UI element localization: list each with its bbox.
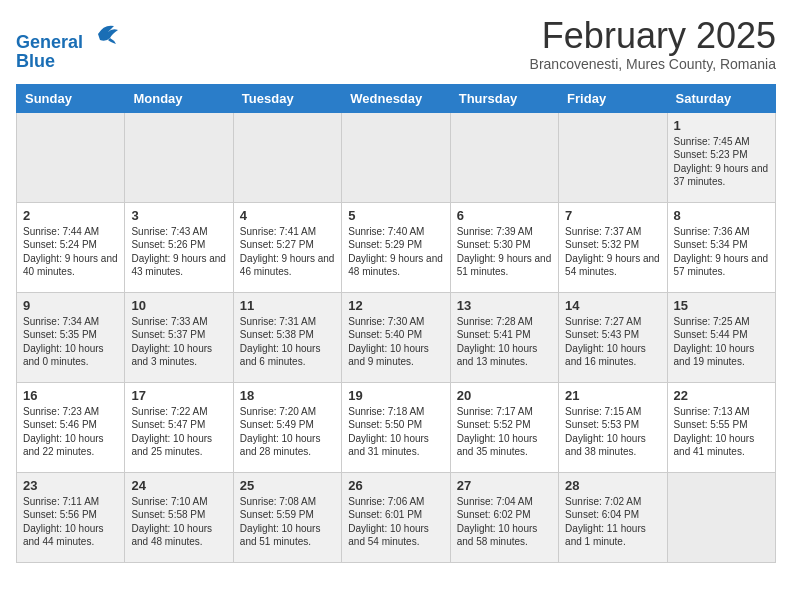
day-info: Sunrise: 7:22 AM Sunset: 5:47 PM Dayligh… [131,405,226,459]
day-info: Sunrise: 7:41 AM Sunset: 5:27 PM Dayligh… [240,225,335,279]
day-number: 12 [348,298,443,313]
day-number: 22 [674,388,769,403]
calendar-day-cell: 21Sunrise: 7:15 AM Sunset: 5:53 PM Dayli… [559,382,667,472]
calendar-day-cell: 17Sunrise: 7:22 AM Sunset: 5:47 PM Dayli… [125,382,233,472]
calendar-day-cell: 10Sunrise: 7:33 AM Sunset: 5:37 PM Dayli… [125,292,233,382]
day-info: Sunrise: 7:18 AM Sunset: 5:50 PM Dayligh… [348,405,443,459]
day-number: 3 [131,208,226,223]
calendar-day-cell: 2Sunrise: 7:44 AM Sunset: 5:24 PM Daylig… [17,202,125,292]
day-info: Sunrise: 7:40 AM Sunset: 5:29 PM Dayligh… [348,225,443,279]
day-info: Sunrise: 7:39 AM Sunset: 5:30 PM Dayligh… [457,225,552,279]
day-info: Sunrise: 7:45 AM Sunset: 5:23 PM Dayligh… [674,135,769,189]
calendar-week-row: 1Sunrise: 7:45 AM Sunset: 5:23 PM Daylig… [17,112,776,202]
day-info: Sunrise: 7:43 AM Sunset: 5:26 PM Dayligh… [131,225,226,279]
day-number: 8 [674,208,769,223]
day-number: 16 [23,388,118,403]
day-number: 9 [23,298,118,313]
calendar-day-cell: 9Sunrise: 7:34 AM Sunset: 5:35 PM Daylig… [17,292,125,382]
day-info: Sunrise: 7:13 AM Sunset: 5:55 PM Dayligh… [674,405,769,459]
day-number: 25 [240,478,335,493]
day-info: Sunrise: 7:25 AM Sunset: 5:44 PM Dayligh… [674,315,769,369]
location-subtitle: Brancovenesti, Mures County, Romania [530,56,776,72]
calendar-day-cell: 26Sunrise: 7:06 AM Sunset: 6:01 PM Dayli… [342,472,450,562]
day-number: 1 [674,118,769,133]
calendar-day-cell: 19Sunrise: 7:18 AM Sunset: 5:50 PM Dayli… [342,382,450,472]
day-number: 23 [23,478,118,493]
day-info: Sunrise: 7:02 AM Sunset: 6:04 PM Dayligh… [565,495,660,549]
day-info: Sunrise: 7:36 AM Sunset: 5:34 PM Dayligh… [674,225,769,279]
day-info: Sunrise: 7:31 AM Sunset: 5:38 PM Dayligh… [240,315,335,369]
day-info: Sunrise: 7:27 AM Sunset: 5:43 PM Dayligh… [565,315,660,369]
calendar-day-cell [559,112,667,202]
calendar-day-cell [17,112,125,202]
day-info: Sunrise: 7:10 AM Sunset: 5:58 PM Dayligh… [131,495,226,549]
day-info: Sunrise: 7:11 AM Sunset: 5:56 PM Dayligh… [23,495,118,549]
day-info: Sunrise: 7:28 AM Sunset: 5:41 PM Dayligh… [457,315,552,369]
calendar-day-cell: 6Sunrise: 7:39 AM Sunset: 5:30 PM Daylig… [450,202,558,292]
calendar-day-cell: 20Sunrise: 7:17 AM Sunset: 5:52 PM Dayli… [450,382,558,472]
day-number: 11 [240,298,335,313]
day-info: Sunrise: 7:06 AM Sunset: 6:01 PM Dayligh… [348,495,443,549]
calendar-day-cell [233,112,341,202]
calendar-day-cell: 18Sunrise: 7:20 AM Sunset: 5:49 PM Dayli… [233,382,341,472]
calendar-day-cell: 27Sunrise: 7:04 AM Sunset: 6:02 PM Dayli… [450,472,558,562]
calendar-day-cell: 4Sunrise: 7:41 AM Sunset: 5:27 PM Daylig… [233,202,341,292]
page-header: General Blue February 2025 Brancovenesti… [16,16,776,72]
calendar-day-cell [342,112,450,202]
calendar-week-row: 16Sunrise: 7:23 AM Sunset: 5:46 PM Dayli… [17,382,776,472]
day-number: 21 [565,388,660,403]
day-info: Sunrise: 7:44 AM Sunset: 5:24 PM Dayligh… [23,225,118,279]
calendar-week-row: 9Sunrise: 7:34 AM Sunset: 5:35 PM Daylig… [17,292,776,382]
logo: General Blue [16,20,120,72]
day-number: 13 [457,298,552,313]
calendar-day-cell: 14Sunrise: 7:27 AM Sunset: 5:43 PM Dayli… [559,292,667,382]
calendar-day-cell: 8Sunrise: 7:36 AM Sunset: 5:34 PM Daylig… [667,202,775,292]
day-number: 4 [240,208,335,223]
calendar-day-cell [125,112,233,202]
weekday-header-wednesday: Wednesday [342,84,450,112]
day-number: 26 [348,478,443,493]
calendar-day-cell: 24Sunrise: 7:10 AM Sunset: 5:58 PM Dayli… [125,472,233,562]
day-info: Sunrise: 7:04 AM Sunset: 6:02 PM Dayligh… [457,495,552,549]
day-number: 19 [348,388,443,403]
day-info: Sunrise: 7:20 AM Sunset: 5:49 PM Dayligh… [240,405,335,459]
calendar-day-cell: 15Sunrise: 7:25 AM Sunset: 5:44 PM Dayli… [667,292,775,382]
weekday-header-thursday: Thursday [450,84,558,112]
calendar-day-cell: 5Sunrise: 7:40 AM Sunset: 5:29 PM Daylig… [342,202,450,292]
day-number: 17 [131,388,226,403]
day-info: Sunrise: 7:08 AM Sunset: 5:59 PM Dayligh… [240,495,335,549]
calendar-table: SundayMondayTuesdayWednesdayThursdayFrid… [16,84,776,563]
day-info: Sunrise: 7:17 AM Sunset: 5:52 PM Dayligh… [457,405,552,459]
calendar-day-cell: 22Sunrise: 7:13 AM Sunset: 5:55 PM Dayli… [667,382,775,472]
day-info: Sunrise: 7:37 AM Sunset: 5:32 PM Dayligh… [565,225,660,279]
calendar-day-cell: 3Sunrise: 7:43 AM Sunset: 5:26 PM Daylig… [125,202,233,292]
calendar-day-cell: 12Sunrise: 7:30 AM Sunset: 5:40 PM Dayli… [342,292,450,382]
day-number: 28 [565,478,660,493]
title-section: February 2025 Brancovenesti, Mures Count… [530,16,776,72]
day-number: 24 [131,478,226,493]
weekday-header-sunday: Sunday [17,84,125,112]
day-info: Sunrise: 7:15 AM Sunset: 5:53 PM Dayligh… [565,405,660,459]
day-number: 15 [674,298,769,313]
day-info: Sunrise: 7:33 AM Sunset: 5:37 PM Dayligh… [131,315,226,369]
day-info: Sunrise: 7:34 AM Sunset: 5:35 PM Dayligh… [23,315,118,369]
calendar-day-cell: 13Sunrise: 7:28 AM Sunset: 5:41 PM Dayli… [450,292,558,382]
day-number: 14 [565,298,660,313]
calendar-day-cell: 16Sunrise: 7:23 AM Sunset: 5:46 PM Dayli… [17,382,125,472]
day-number: 2 [23,208,118,223]
weekday-header-saturday: Saturday [667,84,775,112]
calendar-day-cell: 7Sunrise: 7:37 AM Sunset: 5:32 PM Daylig… [559,202,667,292]
weekday-header-tuesday: Tuesday [233,84,341,112]
logo-text: General [16,20,120,53]
weekday-header-row: SundayMondayTuesdayWednesdayThursdayFrid… [17,84,776,112]
logo-bird-icon [90,20,120,48]
day-number: 10 [131,298,226,313]
weekday-header-monday: Monday [125,84,233,112]
calendar-day-cell: 28Sunrise: 7:02 AM Sunset: 6:04 PM Dayli… [559,472,667,562]
month-title: February 2025 [530,16,776,56]
calendar-week-row: 2Sunrise: 7:44 AM Sunset: 5:24 PM Daylig… [17,202,776,292]
day-number: 5 [348,208,443,223]
day-number: 27 [457,478,552,493]
logo-blue: Blue [16,51,120,72]
day-info: Sunrise: 7:30 AM Sunset: 5:40 PM Dayligh… [348,315,443,369]
